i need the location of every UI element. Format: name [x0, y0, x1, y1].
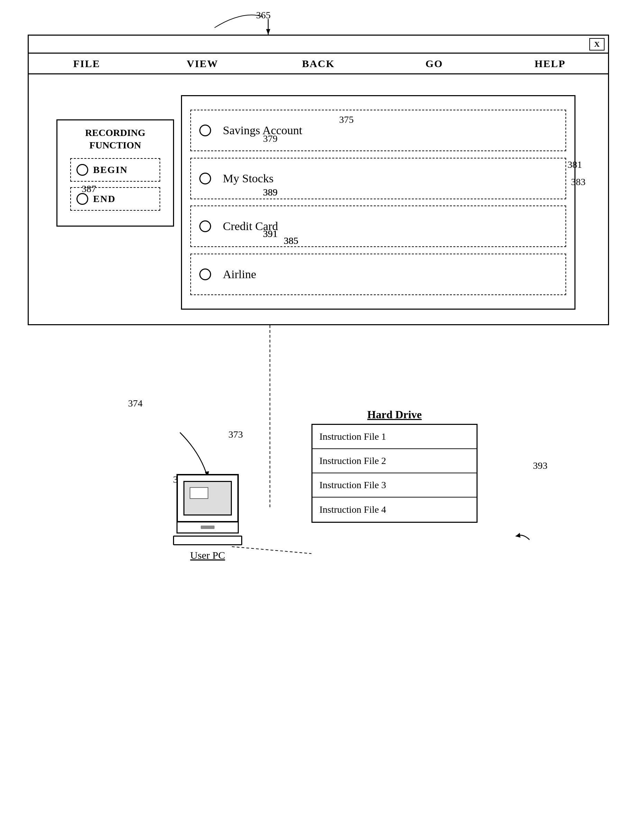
menu-file[interactable]: FILE: [29, 54, 145, 73]
label-389-fixed: 389: [263, 187, 278, 198]
bottom-section: 374 375 373 User PC Hard Drive Instructi…: [0, 353, 644, 699]
monitor-screen: [183, 481, 232, 516]
browser-title-bar: X: [29, 36, 608, 54]
airline-label: Airline: [223, 268, 256, 281]
savings-label: Savings Account: [223, 124, 302, 137]
airline-option[interactable]: Airline: [191, 254, 566, 295]
keyboard: [173, 535, 242, 545]
stocks-radio[interactable]: [199, 172, 211, 184]
monitor: [176, 474, 239, 522]
stocks-label: My Stocks: [223, 172, 273, 185]
end-radio[interactable]: [77, 193, 88, 205]
browser-menu-bar: FILE VIEW BACK GO HELP: [29, 54, 608, 74]
menu-go[interactable]: GO: [376, 54, 492, 73]
end-label: END: [93, 194, 116, 204]
menu-view[interactable]: VIEW: [145, 54, 261, 73]
label-393: 393: [533, 460, 547, 471]
computer-illustration: User PC: [173, 474, 242, 561]
instruction-file-3: Instruction File 3: [312, 473, 476, 497]
label-373: 373: [228, 429, 243, 440]
svg-marker-1: [266, 29, 270, 34]
credit-card-option[interactable]: Credit Card: [191, 205, 566, 247]
harddrive-box: Instruction File 1 Instruction File 2 In…: [311, 424, 478, 523]
savings-account-option[interactable]: Savings Account: [191, 110, 566, 151]
label-365: 365: [256, 10, 271, 21]
browser-window: X FILE VIEW BACK GO HELP RECORDING FUNCT…: [28, 34, 609, 325]
monitor-body: [176, 521, 239, 534]
recording-function-box: RECORDING FUNCTION BEGIN END: [56, 119, 174, 227]
browser-content: RECORDING FUNCTION BEGIN END Savings Acc…: [29, 74, 608, 324]
credit-radio[interactable]: [199, 220, 211, 232]
instruction-file-4: Instruction File 4: [312, 497, 476, 522]
harddrive-title: Hard Drive: [311, 408, 478, 421]
label-375-top: 375: [339, 114, 354, 125]
instruction-file-1: Instruction File 1: [312, 425, 476, 449]
account-panel: Savings Account My Stocks Credit Card Ai…: [181, 95, 575, 310]
menu-help[interactable]: HELP: [492, 54, 608, 73]
my-stocks-option[interactable]: My Stocks: [191, 158, 566, 199]
label-391-fixed: 391: [263, 228, 278, 240]
label-385-fixed: 385: [284, 235, 298, 246]
label-387: 387: [82, 183, 96, 194]
begin-label: BEGIN: [93, 164, 128, 176]
begin-radio[interactable]: [77, 164, 88, 176]
label-374: 374: [128, 398, 143, 409]
user-pc-label: User PC: [191, 549, 225, 561]
label-379: 379: [263, 133, 278, 144]
savings-radio[interactable]: [199, 125, 211, 136]
airline-radio[interactable]: [199, 268, 211, 280]
recording-title: RECORDING FUNCTION: [58, 120, 173, 155]
label-381: 381: [567, 159, 582, 170]
close-button[interactable]: X: [589, 38, 605, 51]
menu-back[interactable]: BACK: [261, 54, 376, 73]
harddrive-area: Hard Drive Instruction File 1 Instructio…: [311, 408, 478, 523]
label-383: 383: [571, 176, 585, 187]
begin-option[interactable]: BEGIN: [70, 158, 160, 182]
instruction-file-2: Instruction File 2: [312, 449, 476, 473]
diagram-container: 365 X FILE VIEW BACK GO HELP RECORDING F…: [0, 0, 644, 839]
